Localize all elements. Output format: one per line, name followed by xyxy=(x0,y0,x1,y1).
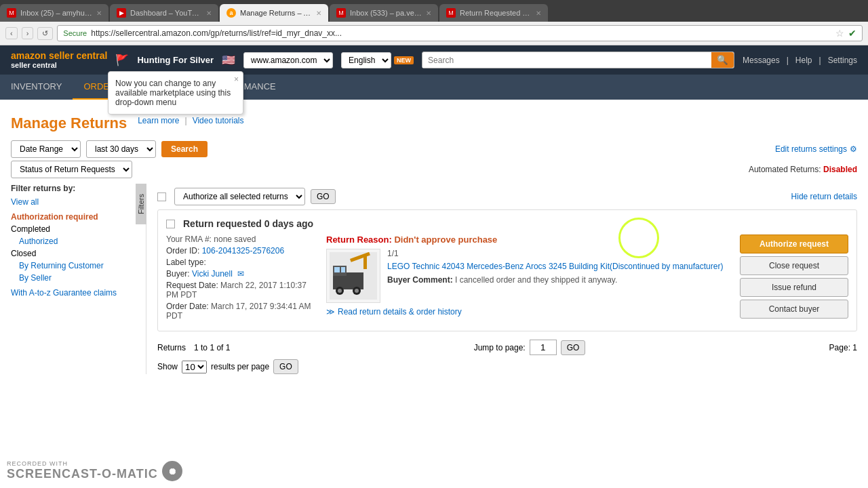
product-link[interactable]: LEGO Technic 42043 Mercedes-Benz Arocs 3… xyxy=(387,262,723,271)
hide-return-details[interactable]: Hide return details xyxy=(791,192,857,201)
content-area: Filter returns by: View all Authorizatio… xyxy=(11,184,857,374)
read-details-link[interactable]: ≫ Read return details & order history xyxy=(326,307,732,317)
buyer-row: Buyer: Vicki Junell ✉ xyxy=(166,269,315,279)
buyer-email-icon[interactable]: ✉ xyxy=(237,269,244,279)
settings-link[interactable]: Settings xyxy=(828,56,857,65)
nav-inventory[interactable]: INVENTORY xyxy=(0,75,73,100)
date-range-select[interactable]: Date Range xyxy=(11,140,81,158)
buyer-comment: Buyer Comment: I cancelled order and the… xyxy=(387,275,723,285)
close-request-button[interactable]: Close request xyxy=(740,256,848,275)
learn-more-link[interactable]: Learn more xyxy=(138,116,179,125)
per-page-go-button[interactable]: GO xyxy=(273,359,298,374)
search-input[interactable] xyxy=(422,53,711,68)
sidebar-item-closed[interactable]: Closed xyxy=(11,247,138,260)
pagination-row: Returns 1 to 1 of 1 Jump to page: GO Pag… xyxy=(157,340,857,355)
video-tutorials-link[interactable]: Video tutorials xyxy=(193,116,244,125)
return-reason-value: Didn't approve purchase xyxy=(394,235,497,245)
return-card: Return requested 0 days ago Your RMA #: … xyxy=(157,209,857,331)
sidebar-item-completed[interactable]: Completed xyxy=(11,223,138,235)
read-details-text: Read return details & order history xyxy=(338,307,462,317)
sidebar-by-seller-link[interactable]: By Seller xyxy=(19,273,52,283)
page-label: Page: xyxy=(829,343,850,352)
address-bar[interactable]: Secure https://sellercentral.amazon.com/… xyxy=(57,25,863,41)
tab-youtube[interactable]: ▶ Dashboard – YouTube ✕ xyxy=(110,4,218,22)
tab-gmail-inbox[interactable]: M Inbox (25) – amyhuntho... ✕ xyxy=(0,4,108,22)
date-range-value-select[interactable]: last 30 days xyxy=(86,140,156,158)
product-image xyxy=(326,249,380,303)
browser-chrome: M Inbox (25) – amyhuntho... ✕ ▶ Dashboar… xyxy=(0,0,868,45)
edit-settings-text: Edit returns settings xyxy=(775,144,847,154)
jump-go-button[interactable]: GO xyxy=(561,340,586,355)
return-reason-label: Return Reason: xyxy=(326,235,392,245)
address-text: https://sellercentral.amazon.com/gp/retu… xyxy=(91,28,831,38)
filter-bar: Date Range last 30 days Search Edit retu… xyxy=(11,140,857,158)
sidebar-container: Filter returns by: View all Authorizatio… xyxy=(11,184,146,374)
language-select[interactable]: English xyxy=(341,52,391,68)
amazon-logo: amazon seller central seller central xyxy=(11,51,107,69)
return-info: Your RMA #: none saved Order ID: 106-204… xyxy=(166,235,315,323)
tooltip-close-btn[interactable]: × xyxy=(234,75,239,84)
tab-return-req[interactable]: M Return Requested for o... ✕ xyxy=(439,4,548,22)
page-input[interactable] xyxy=(530,340,557,355)
tab-amazon-close[interactable]: ✕ xyxy=(316,9,321,17)
tab-inbox2[interactable]: M Inbox (533) – pa.vemma... ✕ xyxy=(330,4,438,22)
return-card-header: Return requested 0 days ago xyxy=(166,218,848,229)
buyer-comment-value: I cancelled order and they shipped it an… xyxy=(455,275,617,285)
bookmark-icon[interactable]: ☆ xyxy=(835,28,844,39)
show-label: Show xyxy=(157,362,178,371)
bulk-action-bar: Authorize all selected returns GO Hide r… xyxy=(157,188,857,205)
status-select[interactable]: Status of Return Requests xyxy=(11,161,132,178)
tab-amazon-returns[interactable]: a Manage Returns – Amaz... ✕ xyxy=(220,4,328,22)
return-reason-row: Return Reason: Didn't approve purchase xyxy=(326,235,732,245)
buyer-link[interactable]: Vicki Junell xyxy=(192,269,233,279)
tab-youtube-close[interactable]: ✕ xyxy=(206,9,212,17)
tab-gmail-close[interactable]: ✕ xyxy=(96,9,102,17)
sidebar-item-authorized[interactable]: Authorized xyxy=(11,235,138,247)
tab-return-req-icon: M xyxy=(446,8,456,18)
sidebar-authorized-link[interactable]: Authorized xyxy=(19,237,58,246)
forward-button[interactable]: › xyxy=(22,27,34,39)
main-panel: Authorize all selected returns GO Hide r… xyxy=(146,184,857,374)
us-flag: 🇺🇸 xyxy=(222,54,235,66)
help-link[interactable]: Help xyxy=(795,56,812,65)
header-search[interactable]: 🔍 xyxy=(422,52,734,68)
tab-return-req-label: Return Requested for o... xyxy=(460,9,532,17)
order-id-link[interactable]: 106-2041325-2576206 xyxy=(202,246,284,256)
sidebar-item-auth-required[interactable]: Authorization required xyxy=(11,211,138,223)
sidebar-closed-label: Closed xyxy=(11,249,36,258)
per-page-select[interactable]: 10 xyxy=(182,361,207,373)
filters-tab[interactable]: Filters xyxy=(136,184,146,224)
search-button[interactable]: Search xyxy=(161,141,208,157)
select-all-checkbox[interactable] xyxy=(157,192,166,201)
sidebar-item-by-seller[interactable]: By Seller xyxy=(11,272,138,284)
label-type-label: Label type: xyxy=(166,258,206,267)
edit-settings-link[interactable]: Edit returns settings ⚙ xyxy=(775,144,857,154)
authorize-request-button[interactable]: Authorize request xyxy=(740,235,848,253)
marketplace-tooltip: × Now you can change to any available ma… xyxy=(108,71,243,115)
sidebar-az-guarantee-link[interactable]: With A-to-z Guarantee claims xyxy=(11,288,117,298)
tab-return-req-close[interactable]: ✕ xyxy=(536,9,541,17)
return-header-title: Return requested 0 days ago xyxy=(183,218,313,229)
issue-refund-button[interactable]: Issue refund xyxy=(740,278,848,297)
marketplace-select[interactable]: www.amazon.com xyxy=(243,52,333,68)
search-submit-button[interactable]: 🔍 xyxy=(711,52,734,68)
refresh-button[interactable]: ↺ xyxy=(37,27,53,40)
contact-buyer-button[interactable]: Contact buyer xyxy=(740,300,848,319)
sidebar-returning-customer-link[interactable]: By Returning Customer xyxy=(19,261,104,270)
sidebar-item-by-returning-customer[interactable]: By Returning Customer xyxy=(11,260,138,272)
title-divider: | xyxy=(185,116,187,125)
messages-link[interactable]: Messages xyxy=(743,56,780,65)
svg-rect-10 xyxy=(363,256,367,269)
rma-label: Your RMA #: xyxy=(166,235,212,244)
authorize-all-select[interactable]: Authorize all selected returns xyxy=(174,188,305,205)
back-button[interactable]: ‹ xyxy=(5,27,18,39)
return-checkbox[interactable] xyxy=(166,220,175,228)
pagination-area: Returns 1 to 1 of 1 Jump to page: GO Pag… xyxy=(157,340,857,374)
header-divider1: | xyxy=(787,56,789,65)
tab-inbox2-icon: M xyxy=(336,8,346,18)
sidebar-item-az-guarantee[interactable]: With A-to-z Guarantee claims xyxy=(11,287,138,299)
order-date-label: Order Date: xyxy=(166,302,209,311)
bulk-go-button[interactable]: GO xyxy=(311,189,336,204)
sidebar-view-all[interactable]: View all xyxy=(11,197,138,207)
tab-inbox2-close[interactable]: ✕ xyxy=(426,9,431,17)
